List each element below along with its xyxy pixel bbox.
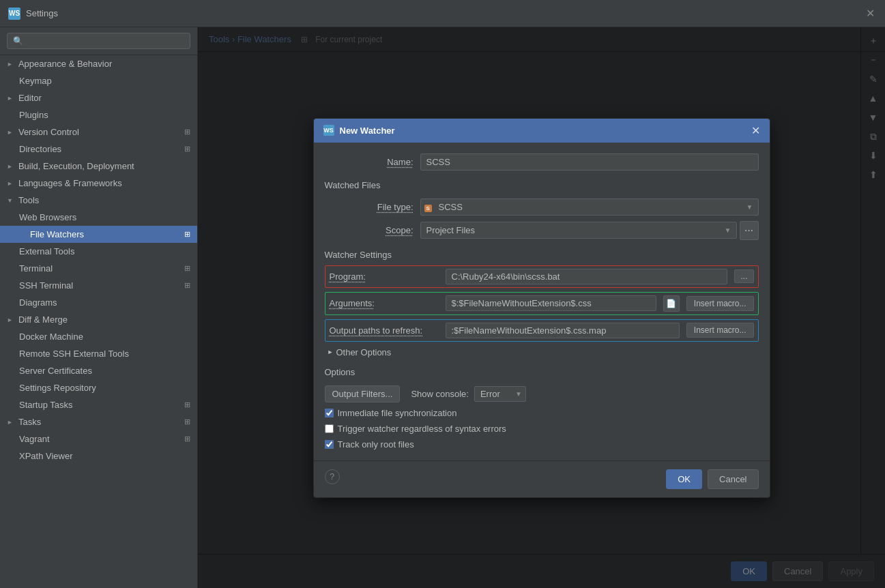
sidebar-item-settings-repo[interactable]: Settings Repository	[0, 379, 197, 396]
sidebar-item-label: Plugins	[19, 110, 48, 120]
sidebar-item-editor[interactable]: ► Editor	[0, 89, 197, 106]
arguments-input[interactable]	[446, 295, 656, 311]
output-input[interactable]	[446, 323, 680, 338]
scope-select-wrapper: Project Files All Places Current File ▼	[420, 221, 737, 240]
arguments-row: Arguments: 📄 Insert macro...	[325, 292, 759, 315]
sidebar-item-web-browsers[interactable]: Web Browsers	[0, 209, 197, 226]
sidebar-item-tasks[interactable]: ► Tasks ⊞	[0, 413, 197, 430]
other-options-label: Other Options	[336, 347, 391, 357]
watcher-settings-label: Watcher Settings	[325, 250, 759, 260]
dialog-close-button[interactable]: ✕	[751, 124, 760, 137]
sidebar-item-label: Web Browsers	[19, 212, 76, 222]
sidebar-item-label: Editor	[18, 93, 42, 103]
file-type-select-wrapper: SCSS S ▼	[420, 199, 759, 216]
output-row: Output paths to refresh: Insert macro...	[325, 319, 759, 342]
name-label: Name:	[325, 157, 414, 167]
sidebar-item-appearance[interactable]: ► Appearance & Behavior	[0, 55, 197, 72]
sidebar-item-xpath-viewer[interactable]: XPath Viewer	[0, 447, 197, 465]
arrow-icon: ▼	[7, 197, 13, 204]
immediate-sync-label: Immediate file synchronization	[338, 408, 457, 418]
sidebar-item-server-certs[interactable]: Server Certificates	[0, 362, 197, 379]
modal-overlay: WS New Watcher ✕ Name: Watched Files	[198, 27, 885, 588]
show-console-label: Show console:	[411, 389, 469, 399]
show-console-select[interactable]: Error Always Never	[474, 386, 526, 402]
watcher-settings-section: Watcher Settings Program: ... Arguments:…	[325, 250, 759, 357]
scope-settings-button[interactable]: ⋯	[740, 221, 759, 240]
watched-files-section: Watched Files File type: SCSS S	[325, 180, 759, 240]
sidebar-item-label: Version Control	[18, 127, 79, 137]
file-type-label: File type:	[325, 202, 414, 212]
program-browse-button[interactable]: ...	[734, 269, 753, 283]
spacer	[345, 469, 661, 489]
sidebar-item-label: Directories	[19, 144, 61, 154]
sidebar-item-file-watchers[interactable]: File Watchers ⊞	[0, 226, 197, 243]
window-close-button[interactable]: ✕	[863, 7, 877, 20]
sidebar-item-docker-machine[interactable]: Docker Machine	[0, 328, 197, 345]
sidebar-item-keymap[interactable]: Keymap	[0, 72, 197, 89]
scope-label: Scope:	[325, 225, 414, 235]
trigger-watcher-row: Trigger watcher regardless of syntax err…	[325, 424, 759, 434]
sidebar-item-label: Build, Execution, Deployment	[18, 161, 134, 171]
sidebar-item-build[interactable]: ► Build, Execution, Deployment	[0, 158, 197, 175]
name-input[interactable]	[420, 153, 759, 171]
arguments-label: Arguments:	[330, 298, 439, 308]
sidebar-item-label: SSH Terminal	[19, 280, 73, 291]
fw-indicator: ⊞	[184, 230, 190, 239]
scope-row: Scope: Project Files All Places Current …	[325, 221, 759, 240]
sidebar-item-label: Settings Repository	[19, 383, 96, 393]
arguments-macro-button[interactable]: Insert macro...	[686, 296, 754, 311]
program-input[interactable]	[446, 269, 728, 284]
trigger-watcher-checkbox[interactable]	[325, 424, 334, 433]
vagrant-indicator: ⊞	[184, 435, 190, 443]
sidebar-item-startup-tasks[interactable]: Startup Tasks ⊞	[0, 396, 197, 413]
immediate-sync-checkbox[interactable]	[325, 409, 334, 417]
immediate-sync-row: Immediate file synchronization	[325, 408, 759, 418]
sidebar-item-diagrams[interactable]: Diagrams	[0, 294, 197, 311]
dialog-cancel-button[interactable]: Cancel	[708, 469, 758, 489]
output-macro-button[interactable]: Insert macro...	[686, 323, 754, 338]
sidebar-item-ssh-terminal[interactable]: SSH Terminal ⊞	[0, 277, 197, 294]
other-options-toggle[interactable]: ► Other Options	[325, 347, 759, 357]
sidebar-item-label: Appearance & Behavior	[18, 59, 112, 69]
arrow-icon: ►	[7, 129, 13, 136]
sidebar-item-diff-merge[interactable]: ► Diff & Merge	[0, 311, 197, 328]
program-row: Program: ...	[325, 265, 759, 288]
sidebar-item-label: Tasks	[18, 417, 41, 427]
sidebar-item-label: Tools	[18, 195, 39, 205]
dialog-titlebar: WS New Watcher ✕	[314, 119, 770, 143]
sidebar-item-terminal[interactable]: Terminal ⊞	[0, 260, 197, 277]
name-row: Name:	[325, 153, 759, 171]
sidebar-item-languages[interactable]: ► Languages & Frameworks	[0, 175, 197, 192]
file-type-select[interactable]: SCSS	[420, 199, 759, 216]
output-label: Output paths to refresh:	[330, 325, 439, 336]
scope-select[interactable]: Project Files All Places Current File	[420, 222, 737, 239]
track-root-checkbox[interactable]	[325, 440, 334, 449]
dialog-help-button[interactable]: ?	[325, 469, 340, 484]
sidebar-item-vagrant[interactable]: Vagrant ⊞	[0, 430, 197, 447]
dialog-title: New Watcher	[340, 126, 751, 136]
dir-indicator: ⊞	[184, 145, 190, 153]
sidebar-item-remote-ssh[interactable]: Remote SSH External Tools	[0, 345, 197, 362]
startup-indicator: ⊞	[184, 400, 190, 409]
dialog-ok-button[interactable]: OK	[666, 469, 702, 489]
sidebar-item-external-tools[interactable]: External Tools	[0, 243, 197, 260]
sidebar-item-label: Keymap	[19, 76, 52, 86]
sidebar-item-label: File Watchers	[30, 229, 84, 239]
sidebar-item-label: Server Certificates	[19, 366, 92, 376]
scope-select-group: Project Files All Places Current File ▼ …	[420, 221, 759, 240]
sidebar-item-tools[interactable]: ▼ Tools	[0, 192, 197, 209]
other-options-arrow: ►	[328, 349, 334, 355]
file-type-row: File type: SCSS S ▼	[325, 199, 759, 216]
sidebar-item-label: Vagrant	[19, 434, 50, 444]
sidebar-item-label: Terminal	[19, 263, 53, 274]
sidebar-item-directories[interactable]: Directories ⊞	[0, 141, 197, 158]
sidebar-search-input[interactable]	[7, 33, 190, 49]
ssh-indicator: ⊞	[184, 281, 190, 290]
arguments-file-button[interactable]: 📄	[663, 295, 680, 312]
output-filters-button[interactable]: Output Filters...	[325, 385, 401, 402]
track-root-label: Track only root files	[338, 439, 414, 450]
sidebar-item-label: Diff & Merge	[18, 314, 68, 325]
sidebar-search-box	[0, 27, 197, 55]
sidebar-item-version-control[interactable]: ► Version Control ⊞	[0, 123, 197, 141]
sidebar-item-plugins[interactable]: Plugins	[0, 106, 197, 123]
